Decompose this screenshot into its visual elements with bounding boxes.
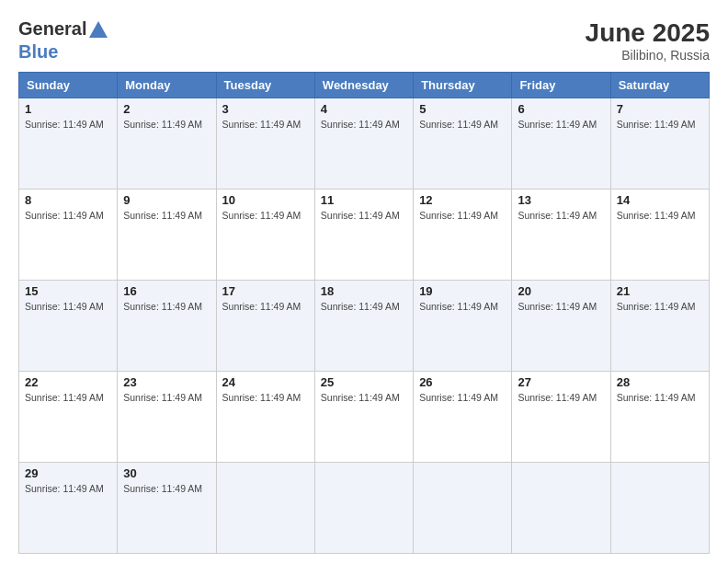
cell-day-number: 10: [222, 193, 309, 207]
cell-day-number: 1: [25, 102, 111, 116]
table-row: 15Sunrise: 11:49 AM: [19, 281, 118, 372]
table-row: 8Sunrise: 11:49 AM: [19, 190, 118, 281]
cell-sunrise-time: Sunrise: 11:49 AM: [25, 392, 104, 403]
table-row: 17Sunrise: 11:49 AM: [216, 281, 314, 372]
col-monday: Monday: [118, 73, 216, 98]
cell-sunrise-time: Sunrise: 11:49 AM: [222, 210, 301, 221]
cell-sunrise-time: Sunrise: 11:49 AM: [222, 392, 301, 403]
table-row: 4Sunrise: 11:49 AM: [314, 98, 413, 190]
cell-sunrise-time: Sunrise: 11:49 AM: [518, 301, 597, 312]
table-row: [314, 463, 413, 554]
cell-sunrise-time: Sunrise: 11:49 AM: [123, 210, 202, 221]
col-tuesday: Tuesday: [216, 73, 314, 98]
cell-sunrise-time: Sunrise: 11:49 AM: [123, 392, 202, 403]
cell-day-number: 30: [123, 466, 210, 480]
table-row: 9Sunrise: 11:49 AM: [118, 190, 216, 281]
cell-day-number: 19: [419, 284, 506, 298]
logo-general: General: [18, 18, 86, 39]
calendar-week-row: 29Sunrise: 11:49 AM30Sunrise: 11:49 AM: [19, 463, 710, 554]
table-row: 1Sunrise: 11:49 AM: [19, 98, 118, 190]
cell-sunrise-time: Sunrise: 11:49 AM: [222, 119, 301, 130]
cell-sunrise-time: Sunrise: 11:49 AM: [321, 392, 400, 403]
calendar-header: Sunday Monday Tuesday Wednesday Thursday…: [19, 73, 710, 98]
cell-day-number: 12: [419, 193, 506, 207]
cell-day-number: 15: [25, 284, 111, 298]
cell-day-number: 9: [123, 193, 210, 207]
month-title: June 2025: [586, 18, 710, 48]
table-row: 12Sunrise: 11:49 AM: [414, 190, 512, 281]
table-row: 21Sunrise: 11:49 AM: [610, 281, 709, 372]
cell-sunrise-time: Sunrise: 11:49 AM: [518, 392, 597, 403]
location: Bilibino, Russia: [586, 48, 710, 63]
table-row: 6Sunrise: 11:49 AM: [512, 98, 610, 190]
title-block: June 2025 Bilibino, Russia: [586, 18, 710, 63]
cell-day-number: 16: [123, 284, 210, 298]
cell-day-number: 11: [321, 193, 407, 207]
table-row: 25Sunrise: 11:49 AM: [314, 372, 413, 463]
col-wednesday: Wednesday: [314, 73, 413, 98]
cell-day-number: 6: [518, 102, 604, 116]
calendar-week-row: 15Sunrise: 11:49 AM16Sunrise: 11:49 AM17…: [19, 281, 710, 372]
table-row: 26Sunrise: 11:49 AM: [414, 372, 512, 463]
cell-sunrise-time: Sunrise: 11:49 AM: [617, 392, 696, 403]
calendar-table: Sunday Monday Tuesday Wednesday Thursday…: [18, 72, 710, 554]
calendar-body: 1Sunrise: 11:49 AM2Sunrise: 11:49 AM3Sun…: [19, 98, 710, 554]
table-row: 3Sunrise: 11:49 AM: [216, 98, 314, 190]
cell-sunrise-time: Sunrise: 11:49 AM: [222, 301, 301, 312]
cell-sunrise-time: Sunrise: 11:49 AM: [518, 119, 597, 130]
cell-day-number: 23: [123, 375, 210, 389]
table-row: 7Sunrise: 11:49 AM: [610, 98, 709, 190]
table-row: 27Sunrise: 11:49 AM: [512, 372, 610, 463]
col-thursday: Thursday: [414, 73, 512, 98]
cell-day-number: 8: [25, 193, 111, 207]
cell-day-number: 29: [25, 466, 111, 480]
calendar-week-row: 1Sunrise: 11:49 AM2Sunrise: 11:49 AM3Sun…: [19, 98, 710, 190]
cell-sunrise-time: Sunrise: 11:49 AM: [518, 210, 597, 221]
calendar-week-row: 22Sunrise: 11:49 AM23Sunrise: 11:49 AM24…: [19, 372, 710, 463]
cell-sunrise-time: Sunrise: 11:49 AM: [123, 301, 202, 312]
cell-sunrise-time: Sunrise: 11:49 AM: [419, 119, 498, 130]
cell-day-number: 3: [222, 102, 309, 116]
page: General Blue June 2025 Bilibino, Russia …: [0, 0, 728, 563]
cell-day-number: 24: [222, 375, 309, 389]
cell-day-number: 2: [123, 102, 210, 116]
table-row: 16Sunrise: 11:49 AM: [118, 281, 216, 372]
cell-day-number: 5: [419, 102, 506, 116]
cell-day-number: 18: [321, 284, 407, 298]
cell-day-number: 22: [25, 375, 111, 389]
table-row: 20Sunrise: 11:49 AM: [512, 281, 610, 372]
logo-icon: [87, 19, 109, 41]
cell-sunrise-time: Sunrise: 11:49 AM: [25, 483, 104, 494]
cell-sunrise-time: Sunrise: 11:49 AM: [617, 210, 696, 221]
col-sunday: Sunday: [19, 73, 118, 98]
cell-day-number: 4: [321, 102, 407, 116]
cell-sunrise-time: Sunrise: 11:49 AM: [321, 301, 400, 312]
weekday-header-row: Sunday Monday Tuesday Wednesday Thursday…: [19, 73, 710, 98]
table-row: [216, 463, 314, 554]
cell-sunrise-time: Sunrise: 11:49 AM: [123, 483, 202, 494]
calendar-week-row: 8Sunrise: 11:49 AM9Sunrise: 11:49 AM10Su…: [19, 190, 710, 281]
col-friday: Friday: [512, 73, 610, 98]
cell-day-number: 14: [617, 193, 703, 207]
table-row: 10Sunrise: 11:49 AM: [216, 190, 314, 281]
cell-day-number: 28: [617, 375, 703, 389]
table-row: [512, 463, 610, 554]
col-saturday: Saturday: [610, 73, 709, 98]
table-row: 30Sunrise: 11:49 AM: [118, 463, 216, 554]
cell-sunrise-time: Sunrise: 11:49 AM: [617, 119, 696, 130]
table-row: 18Sunrise: 11:49 AM: [314, 281, 413, 372]
table-row: 2Sunrise: 11:49 AM: [118, 98, 216, 190]
table-row: 28Sunrise: 11:49 AM: [610, 372, 709, 463]
table-row: 19Sunrise: 11:49 AM: [414, 281, 512, 372]
cell-sunrise-time: Sunrise: 11:49 AM: [321, 119, 400, 130]
cell-sunrise-time: Sunrise: 11:49 AM: [321, 210, 400, 221]
cell-day-number: 21: [617, 284, 703, 298]
cell-day-number: 20: [518, 284, 604, 298]
table-row: 13Sunrise: 11:49 AM: [512, 190, 610, 281]
logo: General Blue: [18, 18, 109, 62]
cell-day-number: 7: [617, 102, 703, 116]
cell-sunrise-time: Sunrise: 11:49 AM: [123, 119, 202, 130]
svg-marker-0: [89, 21, 108, 38]
cell-sunrise-time: Sunrise: 11:49 AM: [25, 210, 104, 221]
cell-day-number: 17: [222, 284, 309, 298]
